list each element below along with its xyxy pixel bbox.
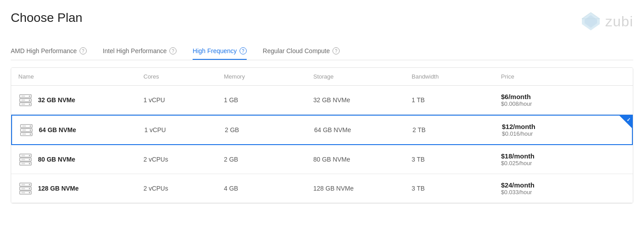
row-price-128gb: $24/month $0.033/hour <box>501 181 626 196</box>
svg-point-8 <box>29 96 30 97</box>
row-storage-80gb: 80 GB NVMe <box>313 156 412 163</box>
svg-rect-38 <box>21 184 25 185</box>
svg-rect-13 <box>21 104 25 105</box>
row-cores-64gb: 1 vCPU <box>144 126 225 133</box>
row-bandwidth-128gb: 3 TB <box>412 185 501 192</box>
col-cores: Cores <box>143 73 224 80</box>
row-price-64gb: $12/month $0.016/hour <box>502 123 625 137</box>
col-memory: Memory <box>224 73 313 80</box>
tab-intel-label: Intel High Performance <box>103 47 167 54</box>
col-bandwidth: Bandwidth <box>412 73 501 80</box>
tab-intel[interactable]: Intel High Performance ? <box>103 43 177 60</box>
tab-high-freq-info-icon[interactable]: ? <box>240 47 247 54</box>
tab-amd-label: AMD High Performance <box>11 47 77 54</box>
header: Choose Plan zubi <box>11 11 633 32</box>
row-bandwidth-32gb: 1 TB <box>412 96 501 104</box>
svg-point-9 <box>29 100 30 101</box>
tab-regular[interactable]: Regular Cloud Compute ? <box>263 43 340 60</box>
svg-rect-11 <box>21 96 25 97</box>
tab-amd-info-icon[interactable]: ? <box>80 47 87 54</box>
svg-point-35 <box>29 184 30 185</box>
logo: zubi <box>580 11 633 32</box>
svg-rect-21 <box>22 129 26 131</box>
tab-amd[interactable]: AMD High Performance ? <box>11 43 87 60</box>
svg-rect-29 <box>21 155 25 156</box>
row-price-80gb: $18/month $0.025/hour <box>501 152 626 166</box>
tab-high-freq[interactable]: High Frequency ? <box>193 43 247 60</box>
svg-rect-30 <box>21 159 25 160</box>
row-memory-80gb: 2 GB <box>224 156 313 163</box>
table-row[interactable]: 80 GB NVMe 2 vCPUs 2 GB 80 GB NVMe 3 TB … <box>11 145 633 174</box>
col-price: Price <box>501 73 626 80</box>
svg-rect-20 <box>22 125 26 127</box>
tab-high-freq-label: High Frequency <box>193 47 237 54</box>
col-storage: Storage <box>313 73 412 80</box>
row-cores-80gb: 2 vCPUs <box>143 156 224 163</box>
col-name: Name <box>18 73 143 80</box>
row-bandwidth-80gb: 3 TB <box>412 156 501 163</box>
logo-icon <box>580 11 602 32</box>
row-name-128gb: 128 GB NVMe <box>18 181 143 196</box>
row-storage-128gb: 128 GB NVMe <box>313 185 412 192</box>
tab-intel-info-icon[interactable]: ? <box>169 47 177 54</box>
row-memory-32gb: 1 GB <box>224 96 313 104</box>
row-name-32gb: 32 GB NVMe <box>18 93 143 107</box>
row-name-80gb: 80 GB NVMe <box>18 152 143 166</box>
svg-rect-39 <box>21 188 25 189</box>
server-icon-64gb <box>19 123 34 137</box>
row-cores-128gb: 2 vCPUs <box>143 185 224 192</box>
svg-point-37 <box>29 192 30 193</box>
row-storage-32gb: 32 GB NVMe <box>313 96 412 104</box>
table-row[interactable]: 128 GB NVMe 2 vCPUs 4 GB 128 GB NVMe 3 T… <box>11 174 633 203</box>
svg-point-17 <box>30 125 31 127</box>
page-title: Choose Plan <box>11 11 82 25</box>
table-row[interactable]: 64 GB NVMe 1 vCPU 2 GB 64 GB NVMe 2 TB $… <box>11 115 633 145</box>
svg-rect-40 <box>21 192 25 193</box>
svg-point-10 <box>29 104 30 105</box>
svg-rect-22 <box>22 133 26 135</box>
svg-point-19 <box>30 133 31 135</box>
table-header: Name Cores Memory Storage Bandwidth Pric… <box>11 68 633 86</box>
row-storage-64gb: 64 GB NVMe <box>314 126 412 133</box>
tab-regular-info-icon[interactable]: ? <box>333 47 340 54</box>
svg-point-36 <box>29 188 30 189</box>
row-bandwidth-64gb: 2 TB <box>412 126 502 133</box>
server-icon-80gb <box>18 152 33 166</box>
row-memory-128gb: 4 GB <box>224 185 313 192</box>
row-name-64gb: 64 GB NVMe <box>19 123 144 137</box>
svg-rect-31 <box>21 163 25 164</box>
row-memory-64gb: 2 GB <box>225 126 314 133</box>
plan-table: Name Cores Memory Storage Bandwidth Pric… <box>11 67 633 204</box>
server-icon-128gb <box>18 181 33 196</box>
table-row[interactable]: 32 GB NVMe 1 vCPU 1 GB 32 GB NVMe 1 TB $… <box>11 86 633 115</box>
svg-point-28 <box>29 163 30 164</box>
tab-regular-label: Regular Cloud Compute <box>263 47 330 54</box>
svg-point-26 <box>29 155 30 156</box>
row-price-32gb: $6/month $0.008/hour <box>501 93 626 107</box>
svg-point-18 <box>30 129 31 131</box>
logo-text: zubi <box>605 13 633 30</box>
row-cores-32gb: 1 vCPU <box>143 96 224 104</box>
svg-point-27 <box>29 159 30 160</box>
plan-tabs: AMD High Performance ? Intel High Perfor… <box>11 43 633 60</box>
server-icon-32gb <box>18 93 33 107</box>
svg-rect-12 <box>21 100 25 101</box>
